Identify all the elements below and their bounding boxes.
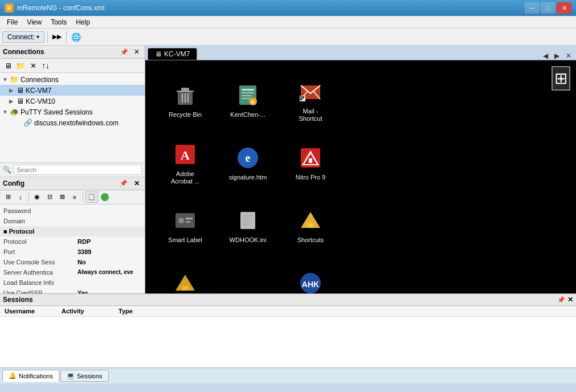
menu-file[interactable]: File bbox=[2, 17, 22, 27]
desktop-apps-grid-icon[interactable]: ⊞ bbox=[552, 66, 570, 91]
desktop-icon-shortcuts[interactable]: Shortcuts bbox=[282, 197, 339, 254]
putty-icon: 🐢 bbox=[10, 108, 19, 116]
connect-dropdown-arrow: ▾ bbox=[36, 34, 39, 40]
menu-tools[interactable]: Tools bbox=[46, 17, 71, 27]
add-connection-button[interactable]: 🖥 bbox=[2, 60, 14, 71]
tree-item-discuss[interactable]: 🔗 discuss.nextofwindows.com bbox=[0, 117, 145, 128]
close-button[interactable]: ✕ bbox=[557, 2, 571, 14]
config-btn-6[interactable]: ≡ bbox=[69, 191, 80, 203]
svg-rect-7 bbox=[242, 89, 254, 91]
toolbar-separator bbox=[47, 31, 48, 43]
left-panel: Connections 📌 ✕ 🖥 📁 ✕ ↑↓ ▼ 📁 Connections… bbox=[0, 46, 145, 293]
maximize-button[interactable]: □ bbox=[541, 2, 555, 14]
desktop-icon-autohotkey[interactable]: AHK AutoHotkey... bbox=[282, 260, 339, 293]
minimize-button[interactable]: ─ bbox=[525, 2, 540, 14]
icon-label-recycle-bin: Recycle Bin bbox=[169, 111, 202, 119]
config-close-button[interactable]: ✕ bbox=[132, 179, 142, 188]
search-icon: 🔍 bbox=[3, 166, 11, 174]
window-title: mRemoteNG - confCons.xml bbox=[17, 4, 104, 12]
sessions-panel: Sessions 📌 ✕ Username Activity Type bbox=[0, 293, 576, 368]
icon-label-shortcuts: Shortcuts bbox=[297, 236, 324, 244]
remote-tab-label: KC-VM7 bbox=[164, 50, 190, 58]
menu-view[interactable]: View bbox=[22, 17, 46, 27]
svg-rect-34 bbox=[243, 224, 250, 225]
config-header: Config 📌 ✕ bbox=[0, 177, 145, 190]
server-icon: 🖥 bbox=[17, 97, 24, 105]
bottom-tab-notifications[interactable]: 🔔 Notifications bbox=[2, 370, 59, 382]
desktop-icon-signature[interactable]: e signature.htm bbox=[219, 134, 276, 191]
main-layout: Connections 📌 ✕ 🖥 📁 ✕ ↑↓ ▼ 📁 Connections… bbox=[0, 46, 576, 293]
search-bar: 🔍 bbox=[0, 162, 145, 177]
desktop-icon-recycle-bin[interactable]: Recycle Bin bbox=[157, 72, 214, 129]
connections-folder-icon: 📁 bbox=[10, 75, 19, 84]
icon-label-adobe-acrobat: Adobe Acrobat ... bbox=[171, 170, 199, 185]
config-btn-copy[interactable]: 📋 bbox=[85, 191, 98, 203]
remote-tab-kc-vm7[interactable]: 🖥 KC-VM7 bbox=[148, 48, 197, 60]
svg-rect-25 bbox=[309, 158, 312, 163]
sessions-col-activity: Activity bbox=[62, 308, 119, 315]
desktop-icon-smart-label[interactable]: Smart Label bbox=[157, 197, 214, 254]
config-content: Password Domain ■ Protocol Protocol RDP … bbox=[0, 205, 145, 294]
notifications-label: Notifications bbox=[19, 373, 53, 379]
bottom-tab-sessions[interactable]: 💻 Sessions bbox=[60, 370, 109, 382]
desktop-icons-container: Recycle Bin K KentC bbox=[145, 60, 576, 293]
app-icon: R bbox=[5, 3, 14, 13]
config-btn-green[interactable] bbox=[101, 193, 109, 201]
tree-item-connections-root[interactable]: ▼ 📁 Connections bbox=[0, 74, 145, 85]
tree-item-kc-vm10[interactable]: ▶ 🖥 KC-VM10 bbox=[0, 96, 145, 107]
icon-label-signature: signature.htm bbox=[229, 174, 267, 181]
config-pin-button[interactable]: 📌 bbox=[118, 179, 129, 187]
svg-text:A: A bbox=[181, 148, 190, 162]
config-row-password: Password bbox=[0, 206, 145, 216]
icon-label-smart-label: Smart Label bbox=[168, 236, 202, 244]
config-toolbar: ⊞ ↕ ◉ ⊟ ⊠ ≡ 📋 bbox=[0, 190, 145, 205]
svg-text:K: K bbox=[251, 99, 255, 105]
globe-button[interactable]: 🌐 bbox=[70, 31, 82, 43]
desktop-icon-adobe-acrobat[interactable]: A Adobe Acrobat ... bbox=[157, 134, 214, 191]
svg-rect-8 bbox=[242, 92, 254, 93]
link-icon: 🔗 bbox=[23, 119, 32, 127]
remote-tab-bar: 🖥 KC-VM7 ◀ ▶ ✕ bbox=[145, 46, 576, 60]
svg-rect-29 bbox=[186, 221, 190, 223]
svg-text:AHK: AHK bbox=[302, 280, 319, 289]
desktop-icon-mail-shortcut[interactable]: Mail - Shortcut bbox=[282, 72, 339, 129]
remote-tab-back[interactable]: ◀ bbox=[541, 52, 550, 60]
connections-tree: ▼ 📁 Connections ▶ 🖥 KC-VM7 ▶ 🖥 KC-VM10 ▼… bbox=[0, 73, 145, 162]
config-btn-2[interactable]: ↕ bbox=[15, 191, 26, 203]
config-btn-1[interactable]: ⊞ bbox=[2, 191, 14, 203]
tree-item-putty-saved[interactable]: ▼ 🐢 PuTTY Saved Sessions bbox=[0, 107, 145, 117]
connections-toolbar: 🖥 📁 ✕ ↑↓ bbox=[0, 59, 145, 73]
menu-help[interactable]: Help bbox=[71, 17, 95, 27]
config-row-credssp: Use CredSSP Yes bbox=[0, 288, 145, 294]
sessions-close-button[interactable]: ✕ bbox=[567, 296, 573, 304]
forward-button[interactable]: ▶▶ bbox=[51, 31, 63, 43]
toolbar: Connect: ▾ ▶▶ 🌐 bbox=[0, 28, 576, 46]
svg-rect-37 bbox=[308, 223, 313, 228]
config-btn-4[interactable]: ⊟ bbox=[44, 191, 55, 203]
sessions-pin-button[interactable]: 📌 bbox=[557, 296, 565, 304]
connect-button[interactable]: Connect: ▾ bbox=[2, 31, 44, 43]
config-row-loadbalance: Load Balance Info bbox=[0, 277, 145, 288]
title-bar-left: R mRemoteNG - confCons.xml bbox=[5, 3, 104, 13]
desktop-icon-nitro-pro[interactable]: Nitro Pro 9 bbox=[282, 134, 339, 191]
tree-item-kc-vm7[interactable]: ▶ 🖥 KC-VM7 bbox=[0, 85, 145, 96]
remote-tab-forward[interactable]: ▶ bbox=[552, 52, 562, 60]
desktop-icon-wdhook[interactable]: WDHOOK.ini bbox=[219, 197, 276, 254]
remote-tab-close[interactable]: ✕ bbox=[563, 52, 574, 60]
expand-icon: ▼ bbox=[2, 109, 8, 115]
desktop-icon-pstools[interactable]: PSTools bbox=[157, 260, 214, 293]
connections-close-button[interactable]: ✕ bbox=[132, 47, 142, 56]
sessions-icon: 💻 bbox=[67, 372, 75, 379]
delete-button[interactable]: ✕ bbox=[27, 60, 39, 71]
bottom-tabs: 🔔 Notifications 💻 Sessions bbox=[0, 368, 576, 383]
move-up-button[interactable]: ↑↓ bbox=[40, 60, 51, 71]
config-title: Config bbox=[3, 179, 24, 187]
search-input[interactable] bbox=[14, 165, 142, 175]
add-folder-button[interactable]: 📁 bbox=[15, 60, 26, 71]
config-btn-5[interactable]: ⊠ bbox=[56, 191, 68, 203]
config-btn-3[interactable]: ◉ bbox=[31, 191, 43, 203]
desktop-icon-kentchen[interactable]: K KentChen-... bbox=[219, 72, 276, 129]
notifications-icon: 🔔 bbox=[9, 372, 17, 379]
sessions-col-type: Type bbox=[119, 308, 175, 315]
pin-button[interactable]: 📌 bbox=[119, 48, 130, 56]
